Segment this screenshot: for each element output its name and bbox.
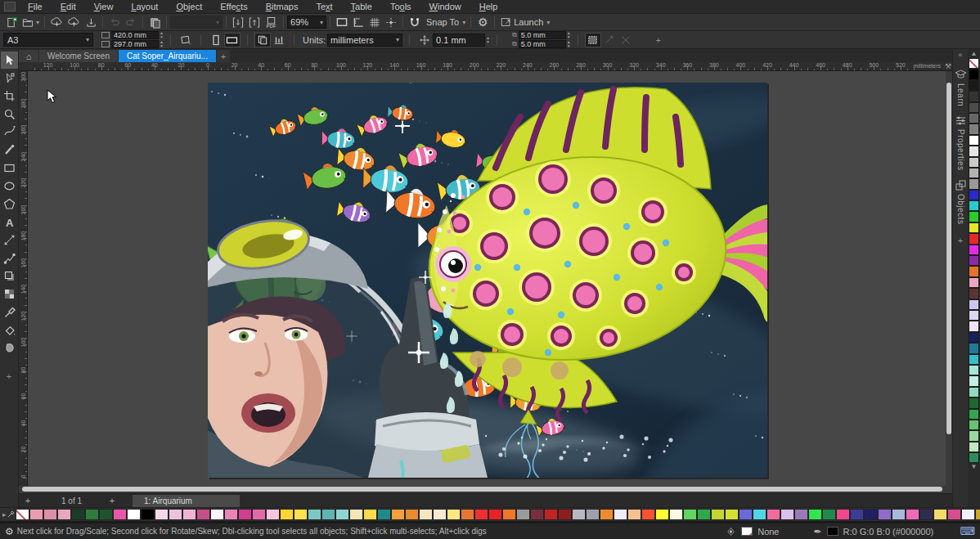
color-swatch[interactable] [969,430,979,441]
color-swatch[interactable] [933,509,947,520]
menu-item-edit[interactable]: Edit [52,1,85,12]
color-swatch[interactable] [969,102,979,113]
color-swatch[interactable] [280,509,294,520]
menu-item-tools[interactable]: Tools [381,1,420,12]
docker-tab-objects[interactable]: Objects [955,179,967,224]
color-swatch[interactable] [627,509,641,520]
dup-x-spinner[interactable]: ▲▼ [567,31,571,39]
color-swatch[interactable] [516,509,530,520]
color-swatch[interactable] [969,442,979,452]
color-swatch[interactable] [308,509,321,520]
color-swatch[interactable] [238,509,252,520]
launch-button[interactable]: Launch▾ [498,15,551,29]
color-swatch[interactable] [252,509,266,520]
page-height-field[interactable]: 297.0 mm [111,40,159,48]
menu-item-table[interactable]: Table [342,1,381,12]
color-swatch[interactable] [808,509,822,520]
color-swatch[interactable] [961,509,975,520]
color-swatch[interactable] [433,509,447,520]
color-swatch[interactable] [461,509,474,520]
color-swatch[interactable] [780,509,794,520]
color-swatch[interactable] [447,509,461,520]
menu-item-object[interactable]: Object [167,1,211,12]
canvas-area[interactable] [28,71,946,486]
page-width-spinner[interactable]: ▲▼ [160,31,164,39]
color-swatch[interactable] [969,409,979,420]
save-button[interactable] [83,15,99,29]
welcome-home-icon[interactable]: ⌂ [19,50,38,62]
color-swatch[interactable] [969,124,979,134]
color-swatch[interactable] [969,288,979,299]
no-color-swatch[interactable] [16,509,29,520]
color-swatch[interactable] [969,277,979,288]
color-swatch[interactable] [753,509,766,520]
autofit-page-button[interactable] [178,33,194,47]
docker-tab-learn[interactable]: Learn [955,69,967,106]
palette-scroll-up-icon[interactable]: ▲ [971,50,978,58]
color-swatch[interactable] [969,245,979,255]
freehand-tool[interactable] [1,124,18,141]
color-swatch[interactable] [113,509,127,520]
dup-y-spinner[interactable]: ▲▼ [567,40,571,48]
connector-tool[interactable] [1,249,18,267]
color-swatch[interactable] [169,509,182,520]
palette-scroll-down-icon[interactable]: ▼ [971,463,978,471]
menu-item-text[interactable]: Text [307,1,341,12]
snap-to-dropdown[interactable]: Snap To▾ [423,15,467,29]
artistic-media-tool[interactable] [1,141,18,159]
fill-none-swatch[interactable] [741,527,753,536]
color-swatch[interactable] [210,509,224,520]
color-swatch[interactable] [969,255,979,266]
color-swatch[interactable] [969,332,979,343]
text-tool[interactable]: A [1,213,18,231]
color-swatch[interactable] [969,375,979,386]
cloud-open-button[interactable] [48,15,65,29]
doc-palette-eyedropper-icon[interactable] [7,510,16,520]
show-guidelines-button[interactable] [383,15,399,29]
color-swatch[interactable] [405,509,419,520]
color-swatch[interactable] [419,509,433,520]
color-swatch[interactable] [29,509,43,520]
drop-shadow-tool[interactable] [1,267,18,285]
color-swatch[interactable] [969,200,979,211]
color-swatch[interactable] [947,509,961,520]
options-button[interactable]: ⚙ [474,15,491,29]
show-rulers-button[interactable] [350,15,366,29]
fullscreen-preview-button[interactable] [334,15,350,29]
color-swatch[interactable] [85,509,99,520]
color-swatch[interactable] [391,509,405,520]
horizontal-scrollbar[interactable] [19,486,952,493]
color-swatch[interactable] [488,509,502,520]
color-swatch[interactable] [99,509,113,520]
color-swatch[interactable] [850,509,864,520]
interactive-fill-tool[interactable] [1,321,18,339]
dup-x-field[interactable]: 5.0 mm [519,31,566,39]
color-swatch[interactable] [822,509,836,520]
menu-item-effects[interactable]: Effects [211,1,256,12]
keyboard-icon[interactable]: ⌨ [960,525,975,537]
color-swatch[interactable] [969,113,979,124]
color-swatch[interactable] [725,509,739,520]
document-page[interactable] [208,83,767,478]
zoom-tool[interactable] [1,106,18,123]
treat-as-filled-button[interactable] [585,33,601,47]
new-document-tab-button[interactable]: + [217,50,230,62]
dimension-tool[interactable] [1,231,18,249]
pick-tool[interactable] [1,52,18,69]
menu-item-view[interactable]: View [85,1,123,12]
menu-item-layout[interactable]: Layout [122,1,167,12]
ellipse-tool[interactable] [1,177,18,195]
ruler-settings-icon[interactable]: ⚒ [945,62,951,70]
vertical-scrollbar-thumb[interactable] [946,83,951,434]
color-swatch[interactable] [892,509,906,520]
search-source-dropdown[interactable]: ▾ [170,16,223,29]
color-swatch[interactable] [969,211,979,222]
customize-propbar-button[interactable]: + [650,33,667,47]
color-swatch[interactable] [502,509,516,520]
color-swatch[interactable] [969,321,979,331]
menu-item-window[interactable]: Window [420,1,470,12]
page-width-field[interactable]: 420.0 mm [111,31,159,39]
color-swatch[interactable] [544,509,558,520]
color-swatch[interactable] [196,509,210,520]
color-swatch[interactable] [377,509,391,520]
